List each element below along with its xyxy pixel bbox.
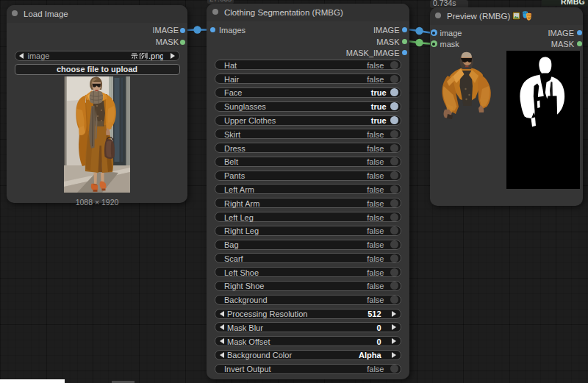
svg-text:.png: .png	[148, 52, 163, 60]
